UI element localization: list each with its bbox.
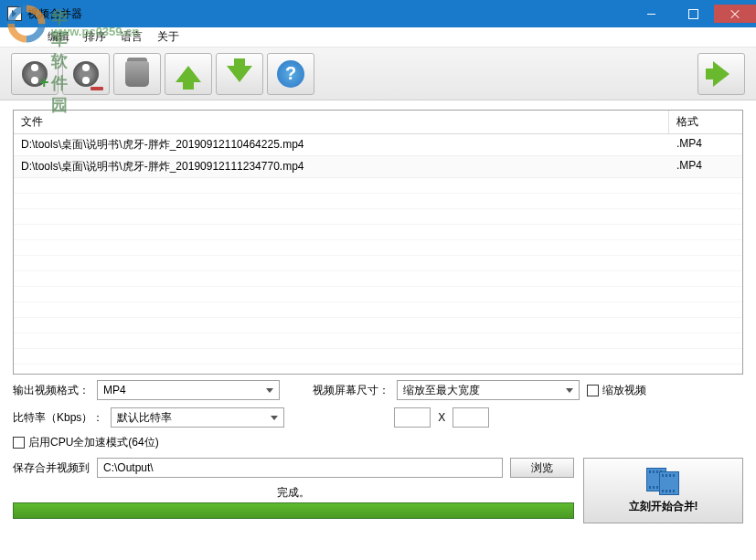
- minus-icon: [91, 87, 103, 90]
- file-list[interactable]: D:\tools\桌面\说明书\虎牙-胖炸_20190912110464225.…: [14, 134, 742, 374]
- menu-sort[interactable]: 排序: [77, 26, 113, 48]
- plus-icon: +: [39, 78, 52, 90]
- move-up-button[interactable]: [165, 53, 212, 95]
- arrow-down-icon: [227, 66, 252, 82]
- table-row[interactable]: D:\tools\桌面\说明书\虎牙-胖炸_20190912110464225.…: [14, 134, 742, 156]
- output-path-label: 保存合并视频到: [13, 460, 90, 476]
- cpu-accel-checkbox[interactable]: [13, 437, 25, 449]
- file-path-cell: D:\tools\桌面\说明书\虎牙-胖炸_20190912110464225.…: [14, 134, 669, 155]
- width-input[interactable]: [394, 407, 431, 428]
- remove-file-button[interactable]: [62, 53, 110, 95]
- dimension-x-label: X: [438, 411, 445, 424]
- settings-panel: 输出视频格式： MP4 视频屏幕尺寸： 缩放至最大宽度 缩放视频 比特率（Kbp…: [13, 380, 743, 450]
- output-format-select[interactable]: MP4: [97, 380, 280, 400]
- minimize-button[interactable]: [630, 5, 672, 23]
- window-title: 视频合并器: [27, 6, 82, 22]
- bottom-panel: 保存合并视频到 C:\Output\ 浏览 完成。 立刻开始合并!: [13, 458, 743, 523]
- help-button[interactable]: ?: [267, 53, 314, 95]
- height-input[interactable]: [453, 407, 489, 428]
- screen-size-select[interactable]: 缩放至最大宽度: [397, 380, 580, 400]
- progress-bar: [13, 502, 574, 519]
- film-reel-icon: [73, 61, 99, 87]
- scale-video-label: 缩放视频: [602, 383, 646, 398]
- menubar: 文件 编辑 排序 语言 关于: [0, 27, 756, 48]
- move-down-button[interactable]: [216, 53, 263, 95]
- arrow-up-icon: [176, 66, 201, 82]
- trash-icon: [125, 61, 149, 87]
- menu-about[interactable]: 关于: [150, 26, 186, 48]
- titlebar: 视频合并器: [0, 0, 756, 27]
- output-path-input[interactable]: C:\Output\: [97, 458, 503, 478]
- bitrate-select[interactable]: 默认比特率: [111, 407, 284, 428]
- maximize-button[interactable]: [672, 5, 714, 23]
- app-icon: [7, 6, 22, 21]
- screen-size-label: 视频屏幕尺寸：: [313, 383, 389, 398]
- cpu-accel-label: 启用CPU全加速模式(64位): [28, 435, 159, 450]
- browse-button[interactable]: 浏览: [510, 458, 574, 478]
- output-format-label: 输出视频格式：: [13, 383, 90, 398]
- file-format-cell: .MP4: [669, 156, 742, 177]
- merge-button[interactable]: 立刻开始合并!: [583, 458, 743, 523]
- add-file-button[interactable]: +: [11, 53, 59, 95]
- file-path-cell: D:\tools\桌面\说明书\虎牙-胖炸_20190912111234770.…: [14, 156, 669, 177]
- menu-edit[interactable]: 编辑: [40, 26, 77, 48]
- scale-video-checkbox[interactable]: [587, 385, 599, 396]
- table-row[interactable]: D:\tools\桌面\说明书\虎牙-胖炸_20190912111234770.…: [14, 156, 742, 178]
- file-list-header: 文件 格式: [14, 111, 742, 134]
- clear-button[interactable]: [113, 53, 161, 95]
- column-header-file[interactable]: 文件: [14, 111, 669, 133]
- scale-video-checkbox-wrap[interactable]: 缩放视频: [587, 383, 646, 398]
- file-format-cell: .MP4: [669, 134, 742, 155]
- next-button[interactable]: [697, 53, 745, 95]
- close-button[interactable]: [714, 5, 756, 23]
- help-icon: ?: [277, 60, 304, 88]
- merge-button-label: 立刻开始合并!: [629, 499, 698, 514]
- merge-icon: [646, 468, 681, 495]
- arrow-right-icon: [713, 61, 729, 87]
- file-list-panel: 文件 格式 D:\tools\桌面\说明书\虎牙-胖炸_201909121104…: [13, 110, 743, 375]
- window-controls: [630, 5, 756, 23]
- toolbar: + ?: [0, 48, 756, 100]
- menu-language[interactable]: 语言: [113, 26, 150, 48]
- bitrate-label: 比特率（Kbps）：: [13, 410, 103, 426]
- progress-label: 完成。: [13, 485, 574, 501]
- cpu-accel-checkbox-wrap[interactable]: 启用CPU全加速模式(64位): [13, 435, 159, 450]
- column-header-format[interactable]: 格式: [669, 111, 742, 133]
